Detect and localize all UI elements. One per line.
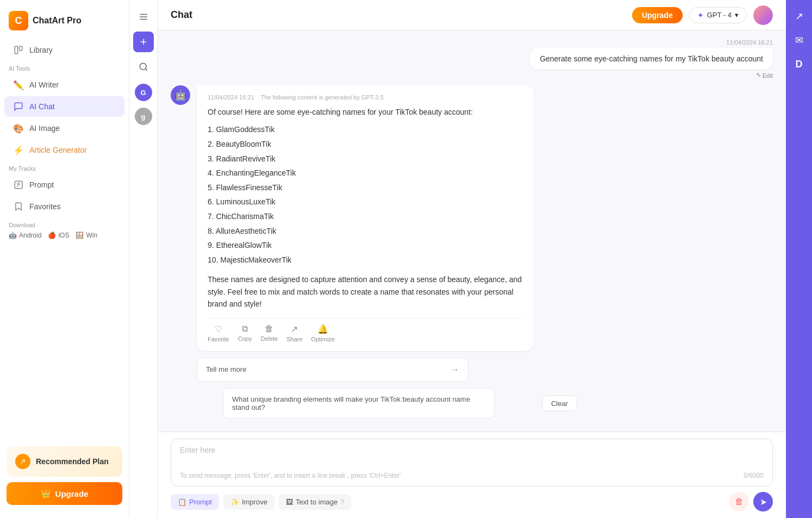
sidebar-item-favorites[interactable]: Favorites <box>4 196 124 217</box>
send-icon: ➤ <box>760 497 767 507</box>
sidebar: C ChatArt Pro Library AI Tools ✏️ AI Wri… <box>0 0 129 518</box>
sidebar-item-ai-chat[interactable]: AI Chat <box>4 96 124 117</box>
copy-action-btn[interactable]: ⧉Copy <box>238 324 252 342</box>
search-chat-btn[interactable] <box>133 57 154 77</box>
header-upgrade-button[interactable]: Upgrade <box>632 7 683 23</box>
ai-tools-label: AI Tools <box>0 61 129 74</box>
article-gen-icon: ⚡ <box>13 145 24 155</box>
page-title: Chat <box>171 9 192 21</box>
sidebar-collapse-btn[interactable] <box>133 7 154 27</box>
ai-name-item: 4. EnchantingEleganceTik <box>208 166 523 180</box>
chevron-down-icon: ▾ <box>735 11 739 19</box>
followup-text-1: Tell me more <box>206 365 246 373</box>
edit-icon: ✎ <box>756 72 761 79</box>
followup-suggestion-2[interactable]: What unique branding elements will make … <box>223 388 495 419</box>
share-icon: ↗ <box>795 10 803 22</box>
chat-avatar-g2: g <box>135 108 152 125</box>
help-icon: ? <box>340 498 344 506</box>
prompt-button[interactable]: 📋 Prompt <box>171 494 219 510</box>
chat-area-wrapper: 11/04/2024 16:21 Generate some eye-catch… <box>158 30 786 432</box>
win-download[interactable]: 🪟 Win <box>76 232 97 239</box>
favorite-icon: ♡ <box>215 324 222 334</box>
download-links: 🤖 Android 🍎 iOS 🪟 Win <box>9 232 120 239</box>
chat-avatar-g: G <box>135 84 152 101</box>
delete-action-btn[interactable]: 🗑Delete <box>260 324 278 342</box>
favorites-icon <box>13 201 24 212</box>
download-section: Download 🤖 Android 🍎 iOS 🪟 Win <box>0 217 129 244</box>
ai-message-header: 11/04/2024 16:21 The following content i… <box>208 94 523 101</box>
share-panel-btn[interactable]: ↗ <box>789 7 809 26</box>
email-icon: ✉ <box>795 34 803 46</box>
share-action-btn[interactable]: ↗Share <box>286 324 302 342</box>
user-avatar[interactable] <box>753 5 773 25</box>
header-right: Upgrade ✦ GPT - 4 ▾ <box>632 5 773 25</box>
ai-name-item: 9. EtherealGlowTik <box>208 238 523 253</box>
recommended-icon: ↗ <box>15 454 30 469</box>
chat-messages: 11/04/2024 16:21 Generate some eye-catch… <box>158 30 786 432</box>
svg-rect-0 <box>15 46 17 54</box>
android-download[interactable]: 🤖 Android <box>9 232 41 239</box>
ai-name-item: 6. LuminousLuxeTik <box>208 195 523 209</box>
sidebar-item-library[interactable]: Library <box>4 40 124 60</box>
discord-panel-btn[interactable]: D <box>789 54 809 74</box>
copy-icon: ⧉ <box>242 324 248 334</box>
share-icon: ↗ <box>291 324 298 334</box>
recommended-plan-label: Recommended Plan <box>36 457 109 466</box>
input-hint-row: To send message, press 'Enter', and to i… <box>180 472 764 479</box>
user-message-bubble: Generate some eye-catching names for my … <box>530 48 773 70</box>
clear-button[interactable]: Clear <box>542 395 577 411</box>
header: Chat Upgrade ✦ GPT - 4 ▾ <box>158 0 786 30</box>
ai-avatar: 🤖 <box>171 85 190 105</box>
input-area: To send message, press 'Enter', and to i… <box>158 432 786 518</box>
input-hint: To send message, press 'Enter', and to i… <box>180 472 401 479</box>
text-to-image-button[interactable]: 🖼 Text to image ? <box>279 494 352 510</box>
recommended-plan[interactable]: ↗ Recommended Plan <box>7 446 122 477</box>
delete-icon: 🗑 <box>265 324 273 334</box>
improve-button[interactable]: ✨ Improve <box>223 494 274 510</box>
char-count: 0/6000 <box>744 472 764 479</box>
gpt-selector[interactable]: ✦ GPT - 4 ▾ <box>689 7 747 23</box>
input-toolbar: 📋 Prompt ✨ Improve 🖼 Text to image ? 🗑 <box>171 492 773 511</box>
toolbar-right: 🗑 ➤ <box>729 492 773 511</box>
image-icon: 🖼 <box>286 498 293 506</box>
chat-sidebar: G g <box>129 0 158 518</box>
sidebar-bottom: ↗ Recommended Plan 👑 Upgrade <box>0 440 129 511</box>
email-panel-btn[interactable]: ✉ <box>789 30 809 50</box>
avatar-image <box>753 5 773 25</box>
sidebar-item-article-generator[interactable]: ⚡ Article Generator <box>4 140 124 160</box>
ai-response-time: 11/04/2024 16:21 <box>208 94 254 101</box>
upgrade-button[interactable]: 👑 Upgrade <box>7 482 122 505</box>
windows-icon: 🪟 <box>76 232 84 239</box>
optimize-icon: 🔔 <box>317 324 328 334</box>
sidebar-item-ai-writer[interactable]: ✏️ AI Writer <box>4 74 124 95</box>
svg-line-12 <box>145 68 147 70</box>
ai-name-item: 10. MajesticMakeoverTik <box>208 253 523 267</box>
ai-response-subtitle: The following content is generated by GP… <box>261 94 384 101</box>
ai-message-actions: ♡Favorite⧉Copy🗑Delete↗Share🔔Optimize <box>208 318 523 342</box>
delete-icon: 🗑 <box>735 497 744 507</box>
ai-names-list: 1. GlamGoddessTik2. BeautyBloomTik3. Rad… <box>208 122 523 267</box>
ios-download[interactable]: 🍎 iOS <box>48 232 69 239</box>
send-button[interactable]: ➤ <box>753 492 773 511</box>
optimize-action-btn[interactable]: 🔔Optimize <box>311 324 335 342</box>
ai-name-item: 5. FlawlessFinesseTik <box>208 180 523 195</box>
favorite-action-btn[interactable]: ♡Favorite <box>208 324 229 342</box>
ai-name-item: 7. ChicCharismaTik <box>208 209 523 224</box>
sidebar-item-ai-image[interactable]: 🎨 AI Image <box>4 118 124 139</box>
new-chat-btn[interactable] <box>133 32 154 52</box>
edit-message-btn[interactable]: ✎ Edit <box>756 72 773 79</box>
crown-icon: 👑 <box>41 489 51 498</box>
main-area: Chat Upgrade ✦ GPT - 4 ▾ 11/04/2024 16:2… <box>158 0 786 518</box>
ai-name-item: 8. AllureAestheticTik <box>208 224 523 239</box>
ai-intro: Of course! Here are some eye-catching na… <box>208 106 523 118</box>
ai-message-content: 11/04/2024 16:21 The following content i… <box>197 85 534 351</box>
clear-input-button[interactable]: 🗑 <box>729 492 749 511</box>
message-input[interactable] <box>180 446 764 465</box>
followup-text-2: What unique branding elements will make … <box>232 395 485 411</box>
sidebar-item-prompt[interactable]: Prompt <box>4 174 124 195</box>
followup-suggestion-1[interactable]: Tell me more → <box>197 358 469 382</box>
ai-image-icon: 🎨 <box>13 123 24 134</box>
ai-outro: These names are designed to capture atte… <box>208 273 523 310</box>
logo-icon: C <box>9 11 28 30</box>
android-icon: 🤖 <box>9 232 17 239</box>
